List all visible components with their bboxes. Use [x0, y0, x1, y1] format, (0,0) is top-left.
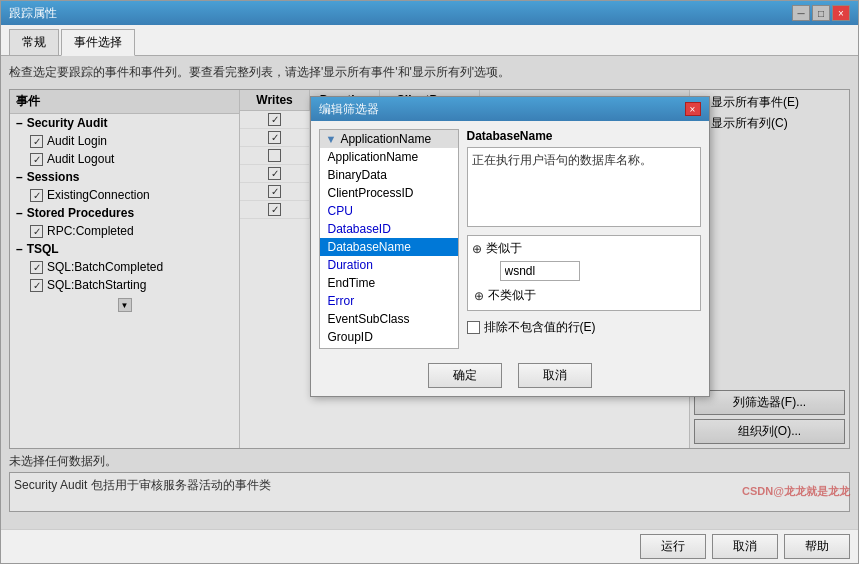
- tab-event-selection[interactable]: 事件选择: [61, 29, 135, 56]
- minimize-button[interactable]: ─: [792, 5, 810, 21]
- list-item[interactable]: Error: [320, 292, 458, 310]
- list-item[interactable]: DatabaseID: [320, 220, 458, 238]
- filter-icon: ▼: [326, 133, 337, 145]
- title-bar: 跟踪属性 ─ □ ×: [1, 1, 858, 25]
- db-name-label: DatabaseName: [467, 129, 701, 143]
- modal-close-button[interactable]: ×: [685, 102, 701, 116]
- list-item[interactable]: BinaryData: [320, 166, 458, 184]
- tab-bar: 常规 事件选择: [1, 25, 858, 56]
- main-window: 跟踪属性 ─ □ × 常规 事件选择 检查选定要跟踪的事件和事件列。要查看完整列…: [0, 0, 859, 564]
- filter-like-input[interactable]: [500, 261, 580, 281]
- modal-ok-button[interactable]: 确定: [428, 363, 502, 388]
- run-button[interactable]: 运行: [640, 534, 706, 559]
- modal-title: 编辑筛选器: [319, 101, 379, 118]
- db-description: 正在执行用户语句的数据库名称。: [467, 147, 701, 227]
- modal-left: ▼ ApplicationName ApplicationName Binary…: [319, 129, 459, 349]
- main-content: 检查选定要跟踪的事件和事件列。要查看完整列表，请选择'显示所有事件'和'显示所有…: [1, 56, 858, 529]
- maximize-button[interactable]: □: [812, 5, 830, 21]
- list-item[interactable]: GroupID: [320, 328, 458, 346]
- checkbox-exclude[interactable]: [467, 321, 480, 334]
- modal-title-bar: 编辑筛选器 ×: [311, 97, 709, 121]
- window-title: 跟踪属性: [9, 5, 57, 22]
- expand-like-icon[interactable]: ⊕: [472, 242, 482, 256]
- filter-editor-modal: 编辑筛选器 × ▼ ApplicationName ApplicationNam…: [310, 96, 710, 397]
- help-button[interactable]: 帮助: [784, 534, 850, 559]
- cancel-button[interactable]: 取消: [712, 534, 778, 559]
- list-item[interactable]: Duration: [320, 256, 458, 274]
- list-item[interactable]: HostName: [320, 346, 458, 349]
- filter-section: ⊕ 类似于 ⊕ 不类似于: [467, 235, 701, 311]
- title-controls: ─ □ ×: [792, 5, 850, 21]
- list-item[interactable]: ClientProcessID: [320, 184, 458, 202]
- modal-overlay: 编辑筛选器 × ▼ ApplicationName ApplicationNam…: [1, 56, 858, 529]
- list-item[interactable]: ApplicationName: [320, 148, 458, 166]
- modal-footer: 确定 取消: [311, 357, 709, 396]
- modal-right: DatabaseName 正在执行用户语句的数据库名称。 ⊕ 类似于: [467, 129, 701, 349]
- list-item[interactable]: EventSubClass: [320, 310, 458, 328]
- list-header: ▼ ApplicationName: [320, 130, 458, 148]
- list-item[interactable]: CPU: [320, 202, 458, 220]
- list-item[interactable]: EndTime: [320, 274, 458, 292]
- not-like-row: ⊕ 不类似于: [472, 285, 696, 306]
- list-item-database-name[interactable]: DatabaseName: [320, 238, 458, 256]
- modal-body: ▼ ApplicationName ApplicationName Binary…: [311, 121, 709, 357]
- action-bar: 运行 取消 帮助: [1, 529, 858, 563]
- tab-general[interactable]: 常规: [9, 29, 59, 55]
- exclude-row: 排除不包含值的行(E): [467, 319, 701, 336]
- expand-notlike-icon[interactable]: ⊕: [474, 289, 484, 303]
- modal-cancel-button[interactable]: 取消: [518, 363, 592, 388]
- filter-columns-list[interactable]: ▼ ApplicationName ApplicationName Binary…: [319, 129, 459, 349]
- close-button[interactable]: ×: [832, 5, 850, 21]
